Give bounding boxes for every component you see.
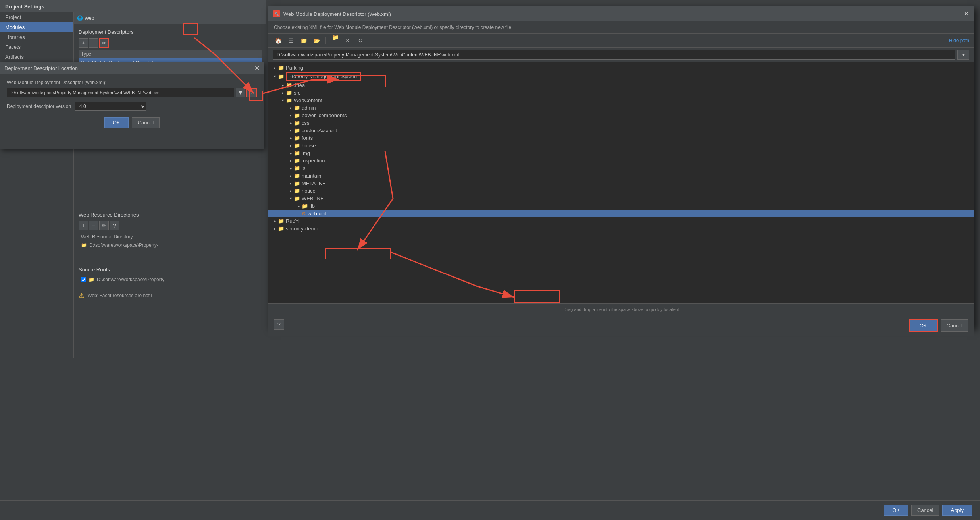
tree-item-label: security-demo <box>286 226 318 232</box>
wrd-toolbar: + − ✏ ? <box>79 221 262 230</box>
tree-item-label: WEB-INF <box>302 195 323 201</box>
dd-edit-btn[interactable]: ✏ <box>99 38 109 48</box>
tree-item[interactable]: ▸📁customAccount <box>268 127 974 134</box>
wmdd-help-btn[interactable]: ? <box>274 319 284 330</box>
tree-item[interactable]: ▸📁maintain <box>268 172 974 180</box>
wrd-add-btn[interactable]: + <box>79 221 88 230</box>
wmdd-path-dropdown-btn[interactable]: ▼ <box>957 50 969 60</box>
folder-icon: 📁 <box>286 82 292 88</box>
tree-item[interactable]: ▸📁img <box>268 149 974 157</box>
tree-item[interactable]: ▸📁fonts <box>268 134 974 142</box>
tree-item[interactable]: ▸📁META-INF <box>268 180 974 187</box>
wmdd-cancel-btn[interactable]: Cancel <box>941 319 968 332</box>
tree-item[interactable]: ⚙web.xml <box>268 210 974 217</box>
ddl-cancel-btn[interactable]: Cancel <box>132 117 160 128</box>
tree-item[interactable]: ▸📁notice <box>268 187 974 195</box>
collapse-arrow: ▸ <box>279 83 286 87</box>
tree-item[interactable]: ▸📁admin <box>268 104 974 112</box>
tree-item-label: css <box>302 120 310 126</box>
wrd-edit-btn[interactable]: ✏ <box>99 221 109 230</box>
folder-icon: 📁 <box>286 90 292 96</box>
wmdd-footer: Drag and drop a file into the space abov… <box>268 303 974 315</box>
tree-item[interactable]: ▸📁bower_components <box>268 112 974 119</box>
tree-item[interactable]: ▸📁Parking <box>268 64 974 72</box>
hide-path-btn[interactable]: Hide path <box>949 38 969 43</box>
xml-icon: ⚙ <box>302 211 306 217</box>
wrd-remove-btn[interactable]: − <box>89 221 98 230</box>
view-list-btn[interactable]: ☰ <box>286 36 296 45</box>
wmdd-title-left: 🔧 Web Module Deployment Descriptor (Web.… <box>273 10 391 17</box>
tree-item-label: inspection <box>302 158 325 164</box>
folder-icon: 📁 <box>294 135 300 141</box>
sidebar-item-artifacts[interactable]: Artifacts <box>0 52 73 62</box>
web-resource-directories-section: Web Resource Directories + − ✏ ? Web Res… <box>74 207 266 254</box>
collapse-arrow: ▸ <box>295 204 302 208</box>
version-row: Deployment descriptor version 4.0 <box>7 102 257 111</box>
web-icon: 🌐 <box>77 15 83 21</box>
wmdd-close-btn[interactable]: ✕ <box>963 10 969 18</box>
folder-icon: 📁 <box>294 112 300 118</box>
sidebar-item-libraries[interactable]: Libraries <box>0 32 73 42</box>
ddl-close-btn[interactable]: ✕ <box>254 64 260 72</box>
dd-toolbar: + − ✏ <box>79 38 262 48</box>
bottom-cancel-btn[interactable]: Cancel <box>911 505 939 516</box>
wmdd-path-input[interactable] <box>273 50 955 60</box>
wmdd-ok-btn[interactable]: OK <box>909 319 938 332</box>
tree-item[interactable]: ▸📁.idea <box>268 81 974 89</box>
file-tree[interactable]: ▸📁Parking▾📁Property-Management-System▸📁.… <box>268 62 974 303</box>
bottom-ok-btn[interactable]: OK <box>884 505 908 516</box>
sidebar-item-facets[interactable]: Facets <box>0 42 73 52</box>
wmdd-body: ▸📁Parking▾📁Property-Management-System▸📁.… <box>268 62 974 336</box>
wmdd-dialog: 🔧 Web Module Deployment Descriptor (Web.… <box>268 6 974 328</box>
tree-item[interactable]: ▸📁inspection <box>268 157 974 164</box>
collapse-arrow: ▸ <box>287 113 294 118</box>
dd-remove-btn[interactable]: − <box>89 38 98 48</box>
dd-add-btn[interactable]: + <box>79 38 88 48</box>
sr-checkbox[interactable] <box>81 277 86 282</box>
folder-up-btn[interactable]: 📂 <box>311 36 322 45</box>
delete-btn[interactable]: ✕ <box>343 36 353 45</box>
new-folder-btn[interactable]: 📁 <box>298 36 309 45</box>
folder-icon: 📁 <box>294 165 300 171</box>
tree-item[interactable]: ▸📁security-demo <box>268 225 974 232</box>
tree-item[interactable]: ▾📁Property-Management-System <box>268 72 974 81</box>
wrd-help-btn[interactable]: ? <box>110 221 119 230</box>
tree-item[interactable]: ▸📁lib <box>268 202 974 210</box>
tree-item-label: admin <box>302 105 316 111</box>
folder-icon: 📁 <box>294 143 300 149</box>
wrd-dir-item: 📁 D:\software\workspace\Property- <box>79 241 262 249</box>
new-folder-create-btn[interactable]: 📁+ <box>330 36 340 45</box>
version-select[interactable]: 4.0 <box>75 102 146 111</box>
ddl-title: Deployment Descriptor Location <box>4 65 78 71</box>
tree-item[interactable]: ▾📁WebContent <box>268 97 974 104</box>
collapse-arrow: ▸ <box>287 189 294 193</box>
tree-item-label: bower_components <box>302 112 347 118</box>
folder-icon: 📁 <box>278 65 284 71</box>
tree-item[interactable]: ▸📁css <box>268 119 974 127</box>
sidebar-item-modules[interactable]: Modules <box>0 22 73 32</box>
sr-item: 📁 D:\software\workspace\Property- <box>79 276 262 284</box>
expand-arrow: ▾ <box>287 196 294 201</box>
tree-item[interactable]: ▸📁js <box>268 164 974 172</box>
tree-item[interactable]: ▾📁WEB-INF <box>268 195 974 202</box>
wmdd-bottom-buttons: ? OK Cancel <box>268 315 974 336</box>
tree-item[interactable]: ▸📁house <box>268 142 974 149</box>
wmdd-title: Web Module Deployment Descriptor (Web.xm… <box>283 11 391 17</box>
module-web-tab[interactable]: 🌐 Web <box>77 15 94 21</box>
tree-item-label: .idea <box>294 82 305 88</box>
home-btn[interactable]: 🏠 <box>273 36 283 45</box>
tree-item-label: customAccount <box>302 128 337 133</box>
ddl-ok-btn[interactable]: OK <box>104 117 129 128</box>
refresh-btn[interactable]: ↻ <box>355 36 366 45</box>
collapse-arrow: ▸ <box>287 143 294 148</box>
sidebar-item-project[interactable]: Project <box>0 12 73 22</box>
ddl-browse-btn[interactable]: … <box>246 88 257 97</box>
bottom-apply-btn[interactable]: Apply <box>942 505 972 516</box>
ddl-dropdown-btn[interactable]: ▼ <box>236 88 245 97</box>
tree-item-label: Parking <box>286 65 303 71</box>
tree-item-label: js <box>302 165 305 171</box>
tree-item[interactable]: ▸📁src <box>268 89 974 97</box>
sr-title: Source Roots <box>79 267 262 273</box>
ddl-path-input[interactable] <box>7 88 234 97</box>
tree-item[interactable]: ▸📁RuoYi <box>268 217 974 225</box>
